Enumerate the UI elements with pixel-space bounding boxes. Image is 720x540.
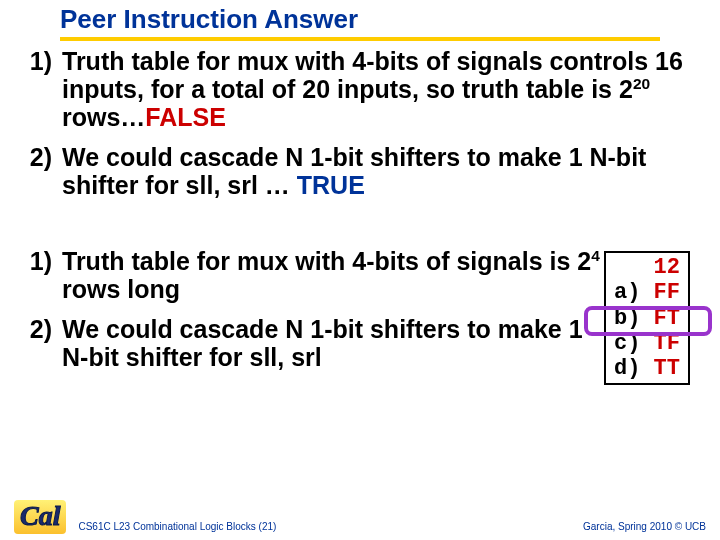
bullet-number: 1) (20, 247, 62, 303)
bullet-item: 2) We could cascade N 1-bit shifters to … (20, 143, 700, 199)
question-column: 1) Truth table for mux with 4-bits of si… (20, 247, 604, 383)
top-bullet-list: 1) Truth table for mux with 4-bits of si… (20, 47, 700, 199)
answer-choices-box: 12 a) FF b) FT c) TF d) TT (604, 251, 690, 385)
bullet-item: 1) Truth table for mux with 4-bits of si… (20, 47, 700, 131)
slide: Peer Instruction Answer 1) Truth table f… (0, 0, 720, 385)
answer-row: c) TF (614, 331, 680, 356)
bullet-text: We could cascade N 1-bit shifters to mak… (62, 315, 604, 371)
bullet-number: 1) (20, 47, 62, 131)
answer-row: a) FF (614, 280, 680, 305)
bullet-text: We could cascade N 1-bit shifters to mak… (62, 143, 700, 199)
footer-lecture-label: CS61C L23 Combinational Logic Blocks (21… (66, 521, 583, 534)
footer: Cal CS61C L23 Combinational Logic Blocks… (0, 500, 720, 534)
bullet-item: 1) Truth table for mux with 4-bits of si… (20, 247, 604, 303)
answer-row: b) FT (614, 306, 680, 331)
verdict-false: FALSE (145, 103, 226, 131)
verdict-true: TRUE (297, 171, 365, 199)
bullet-text: Truth table for mux with 4-bits of signa… (62, 247, 604, 303)
answer-header: 12 (614, 255, 680, 280)
cal-logo: Cal (14, 500, 66, 534)
bullet-text: Truth table for mux with 4-bits of signa… (62, 47, 700, 131)
bullet-number: 2) (20, 315, 62, 371)
bullet-number: 2) (20, 143, 62, 199)
footer-attribution: Garcia, Spring 2010 © UCB (583, 521, 706, 534)
lower-bullet-list: 1) Truth table for mux with 4-bits of si… (20, 247, 604, 371)
bullet-item: 2) We could cascade N 1-bit shifters to … (20, 315, 604, 371)
lower-section: 1) Truth table for mux with 4-bits of si… (20, 247, 700, 385)
title-underline (60, 37, 660, 41)
slide-title: Peer Instruction Answer (60, 4, 700, 35)
answer-row: d) TT (614, 356, 680, 381)
